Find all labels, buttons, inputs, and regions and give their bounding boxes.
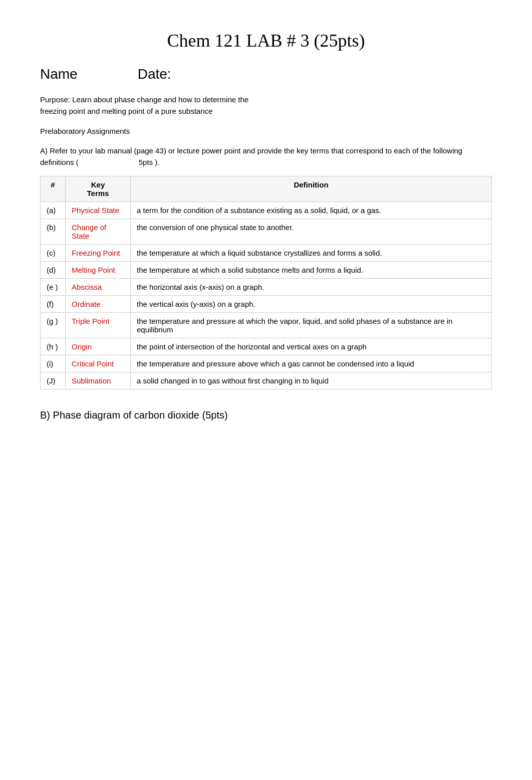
- row-definition: the temperature at which a solid substan…: [131, 262, 492, 279]
- row-num: (g ): [41, 313, 66, 338]
- row-term: Melting Point: [66, 262, 131, 279]
- col-header-term: KeyTerms: [66, 176, 131, 202]
- row-definition: the temperature and pressure above which…: [131, 355, 492, 372]
- table-row: (f)Ordinatethe vertical axis (y-axis) on…: [41, 296, 492, 313]
- table-header-row: # KeyTerms Definition: [41, 176, 492, 202]
- table-row: (i)Critical Pointthe temperature and pre…: [41, 355, 492, 372]
- row-definition: a solid changed in to gas without first …: [131, 372, 492, 389]
- row-term: Change of State: [66, 219, 131, 245]
- section-a-pts: 5pts ).: [139, 158, 160, 166]
- row-num: (a): [41, 202, 66, 219]
- row-definition: the temperature at which a liquid substa…: [131, 245, 492, 262]
- name-label: Name: [40, 66, 78, 82]
- table-row: (h )Originthe point of intersection of t…: [41, 338, 492, 355]
- row-num: (i): [41, 355, 66, 372]
- row-num: (b): [41, 219, 66, 245]
- col-header-num: #: [41, 176, 66, 202]
- terms-table: # KeyTerms Definition (a)Physical Statea…: [40, 176, 492, 389]
- table-row: (a)Physical Statea term for the conditio…: [41, 202, 492, 219]
- row-num: (f): [41, 296, 66, 313]
- row-definition: the horizontal axis (x-axis) on a graph.: [131, 279, 492, 296]
- row-term: Origin: [66, 338, 131, 355]
- purpose-text: Purpose: Learn about phase change and ho…: [40, 94, 492, 117]
- row-num: (c): [41, 245, 66, 262]
- table-row: (g )Triple Pointthe temperature and pres…: [41, 313, 492, 338]
- row-definition: the point of intersection of the horizon…: [131, 338, 492, 355]
- row-term: Ordinate: [66, 296, 131, 313]
- row-term: Physical State: [66, 202, 131, 219]
- row-term: Sublimation: [66, 372, 131, 389]
- row-definition: a term for the condition of a substance …: [131, 202, 492, 219]
- row-term: Critical Point: [66, 355, 131, 372]
- page-title: Chem 121 LAB # 3 (25pts): [40, 30, 492, 51]
- table-row: (J)Sublimationa solid changed in to gas …: [41, 372, 492, 389]
- table-row: (d)Melting Pointthe temperature at which…: [41, 262, 492, 279]
- name-date-row: Name Date:: [40, 66, 492, 82]
- row-term: Abscissa: [66, 279, 131, 296]
- row-definition: the vertical axis (y-axis) on a graph.: [131, 296, 492, 313]
- row-num: (d): [41, 262, 66, 279]
- row-term: Triple Point: [66, 313, 131, 338]
- table-row: (e )Abscissathe horizontal axis (x-axis)…: [41, 279, 492, 296]
- row-term: Freezing Point: [66, 245, 131, 262]
- row-num: (e ): [41, 279, 66, 296]
- table-row: (b)Change of Statethe conversion of one …: [41, 219, 492, 245]
- section-b: B) Phase diagram of carbon dioxide (5pts…: [40, 410, 492, 421]
- row-num: (h ): [41, 338, 66, 355]
- row-num: (J): [41, 372, 66, 389]
- section-a-intro: A) Refer to your lab manual (page 43) or…: [40, 145, 492, 168]
- table-row: (c)Freezing Pointthe temperature at whic…: [41, 245, 492, 262]
- row-definition: the conversion of one physical state to …: [131, 219, 492, 245]
- row-definition: the temperature and pressure at which th…: [131, 313, 492, 338]
- date-label: Date:: [138, 66, 171, 82]
- prelaboratory-heading: Prelaboratory Assignments: [40, 127, 492, 135]
- col-header-def: Definition: [131, 176, 492, 202]
